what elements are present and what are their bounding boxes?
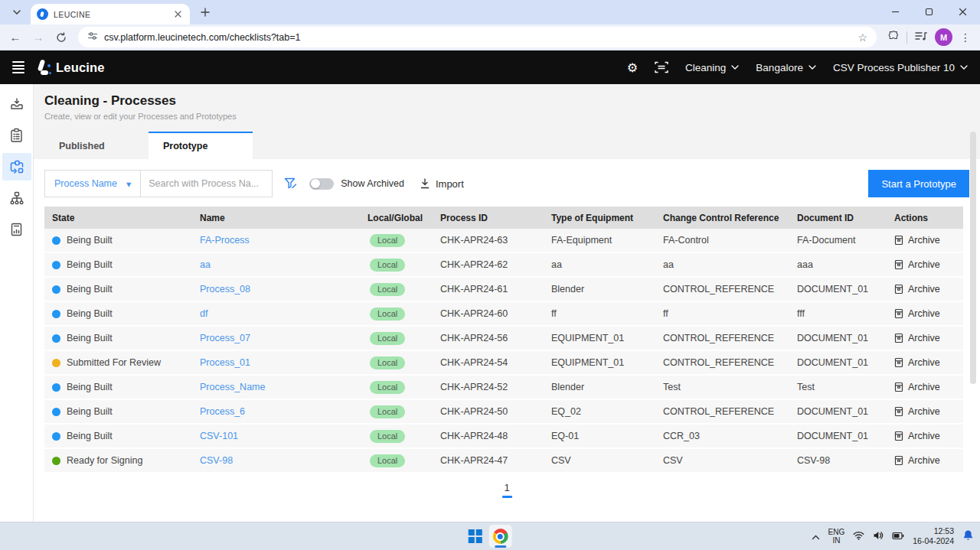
name-cell: CSV-98 — [192, 455, 360, 466]
process-name-link[interactable]: CSV-98 — [200, 455, 233, 466]
archive-icon — [894, 284, 903, 295]
document-id-cell: FA-Document — [789, 235, 887, 246]
state-cell: Being Built — [44, 333, 192, 343]
tab-published[interactable]: Published — [44, 132, 149, 159]
content: Cleaning - Processes Create, view or edi… — [34, 84, 980, 522]
reload-icon[interactable] — [52, 28, 70, 47]
archive-icon — [894, 333, 903, 343]
language-indicator[interactable]: ENG IN — [828, 528, 845, 545]
process-name-link[interactable]: Process_6 — [200, 406, 245, 417]
maximize-icon[interactable] — [923, 6, 934, 17]
taskbar-chrome-icon[interactable] — [488, 525, 511, 548]
archive-action[interactable]: Archive — [887, 259, 963, 270]
hamburger-menu-icon[interactable] — [12, 61, 24, 73]
equipment-type-cell: EQUIPMENT_01 — [544, 333, 655, 343]
start-prototype-button[interactable]: Start a Prototype — [868, 170, 969, 197]
facility-switch-icon[interactable] — [655, 61, 668, 73]
tab-prototype[interactable]: Prototype — [149, 132, 253, 159]
wifi-icon[interactable] — [853, 529, 864, 543]
page-subtitle: Create, view or edit your Processes and … — [44, 112, 980, 121]
process-id-cell: CHK-APR24-62 — [433, 259, 544, 270]
site-settings-icon[interactable] — [87, 31, 98, 44]
reading-list-icon[interactable] — [915, 31, 927, 44]
state-label: Being Built — [67, 259, 113, 270]
state-cell: Being Built — [44, 284, 192, 295]
browser-menu-icon[interactable]: ⋮ — [960, 31, 971, 44]
appbar-right: ⚙ Cleaning Bangalore CSV Process Publish… — [627, 60, 968, 75]
forward-icon[interactable]: → — [29, 28, 47, 47]
archive-action[interactable]: Archive — [887, 455, 963, 466]
close-icon[interactable] — [957, 6, 968, 17]
browser-profile-avatar[interactable]: M — [935, 28, 952, 46]
search-input[interactable] — [141, 170, 273, 197]
windows-start-icon[interactable] — [469, 529, 482, 543]
state-cell: Being Built — [44, 259, 192, 270]
column-header: Name — [192, 213, 360, 223]
user-role-dropdown[interactable]: CSV Process Publisher 10 — [833, 62, 968, 73]
state-label: Being Built — [67, 406, 113, 417]
filter-field-dropdown[interactable]: Process Name ▾ — [44, 170, 141, 197]
leucine-favicon-icon — [37, 8, 48, 20]
extensions-icon[interactable] — [887, 30, 899, 44]
page-number[interactable]: 1 — [504, 482, 509, 493]
battery-icon[interactable] — [892, 529, 904, 543]
show-archived-toggle[interactable] — [309, 178, 334, 190]
archive-action[interactable]: Archive — [887, 284, 963, 295]
process-name-link[interactable]: Process_Name — [200, 382, 265, 392]
facility-dropdown[interactable]: Bangalore — [756, 62, 816, 73]
volume-icon[interactable] — [873, 529, 884, 543]
process-name-link[interactable]: Process_07 — [200, 333, 250, 343]
sidebar-item-inbox[interactable] — [2, 90, 31, 118]
tab-close-icon[interactable] — [172, 8, 184, 21]
chevron-down-icon — [808, 65, 816, 70]
minimize-icon[interactable] — [890, 6, 900, 17]
archive-action[interactable]: Archive — [887, 431, 963, 441]
sidebar-item-checklists[interactable] — [2, 122, 31, 149]
new-tab-button[interactable] — [196, 3, 214, 21]
sidebar-item-ontology[interactable] — [2, 184, 31, 212]
state-dot-icon — [52, 359, 60, 367]
tray-chevron-icon[interactable] — [812, 529, 820, 543]
state-label: Ready for Signing — [67, 455, 142, 466]
tab-search-chevron-icon[interactable] — [8, 3, 26, 21]
archive-icon — [894, 357, 903, 368]
change-control-cell: ff — [655, 308, 789, 319]
filter-funnel-icon[interactable] — [284, 177, 297, 190]
back-icon[interactable]: ← — [6, 28, 24, 47]
process-name-link[interactable]: Process_08 — [200, 284, 250, 295]
use-case-dropdown[interactable]: Cleaning — [685, 62, 739, 73]
bookmark-star-icon[interactable]: ☆ — [858, 31, 867, 44]
change-control-cell: aa — [655, 259, 789, 270]
process-name-link[interactable]: FA-Process — [200, 235, 250, 246]
state-label: Submitted For Review — [67, 357, 161, 368]
process-name-link[interactable]: aa — [200, 259, 211, 270]
import-button[interactable]: Import — [420, 178, 464, 190]
process-id-cell: CHK-APR24-63 — [433, 235, 544, 246]
process-name-link[interactable]: df — [200, 308, 207, 319]
process-name-link[interactable]: CSV-101 — [200, 431, 238, 441]
archive-icon — [894, 308, 903, 319]
state-cell: Being Built — [44, 382, 192, 392]
archive-action[interactable]: Archive — [887, 357, 963, 368]
archive-action[interactable]: Archive — [887, 333, 963, 343]
archive-action[interactable]: Archive — [887, 308, 963, 319]
archive-action[interactable]: Archive — [887, 406, 963, 417]
equipment-type-cell: EQ_02 — [544, 406, 655, 417]
browser-tab[interactable]: LEUCINE — [31, 4, 190, 24]
notification-bell-icon[interactable] — [962, 529, 974, 544]
sidebar-item-processes[interactable] — [2, 153, 31, 181]
url-bar[interactable]: csv.platform.leucinetech.com/checklists?… — [78, 27, 877, 47]
process-name-link[interactable]: Process_01 — [200, 357, 250, 368]
archive-action[interactable]: Archive — [887, 382, 963, 392]
archive-action[interactable]: Archive — [887, 235, 963, 246]
archive-icon — [894, 235, 903, 246]
document-id-cell: fff — [789, 308, 887, 319]
view-tabs: Published Prototype — [44, 132, 980, 159]
scope-cell: Local — [360, 234, 433, 247]
clock[interactable]: 12:53 16-04-2024 — [913, 526, 954, 546]
time: 12:53 — [913, 526, 954, 536]
settings-gear-icon[interactable]: ⚙ — [627, 60, 638, 75]
name-cell: CSV-101 — [192, 431, 360, 441]
table-scrollbar[interactable] — [970, 132, 976, 384]
sidebar-item-reports[interactable] — [2, 216, 31, 243]
